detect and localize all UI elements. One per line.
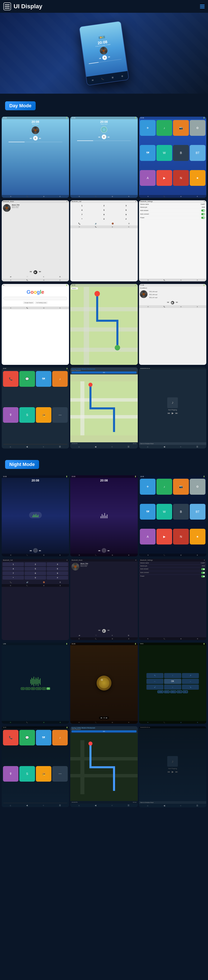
wn-btn4[interactable]: Treble xyxy=(36,687,41,690)
power-toggle[interactable] xyxy=(201,217,205,219)
cp-app-radio[interactable]: 📻 xyxy=(36,407,51,423)
sc-auto[interactable]: ⚙ xyxy=(197,306,198,307)
app-extra[interactable]: ★ xyxy=(190,170,205,186)
fn-apps[interactable]: ⊞ xyxy=(112,722,113,723)
sc-dial[interactable]: 📞 xyxy=(164,306,165,307)
btm-auto[interactable]: ⚙ xyxy=(60,279,60,281)
dial-4[interactable]: 4 xyxy=(71,208,93,212)
cp-app-msg[interactable]: 💬 xyxy=(19,371,35,387)
nbt-settings[interactable]: ⚙ xyxy=(128,635,129,636)
cp-app-podcast[interactable]: 🎙 xyxy=(3,407,19,423)
ncpm-menu[interactable]: ☰ xyxy=(196,804,198,807)
na-store[interactable]: A xyxy=(140,529,156,544)
ncpn-menu[interactable]: ☰ xyxy=(128,804,129,807)
nbs-email[interactable]: ✉ xyxy=(147,638,148,640)
bt-heart[interactable]: ♡ xyxy=(27,276,28,278)
dial-hash[interactable]: # xyxy=(115,217,137,221)
s3-apps[interactable]: ⊞ xyxy=(180,196,181,197)
ncpn-home[interactable]: ⌂ xyxy=(79,804,80,807)
btm-apps[interactable]: ⊞ xyxy=(43,279,44,281)
dial-8[interactable]: 8 xyxy=(93,213,115,216)
ncpm-back[interactable]: ◀ xyxy=(164,804,165,807)
call-btn2[interactable]: 🔊 xyxy=(95,223,97,224)
nd-2[interactable]: 2 xyxy=(25,562,46,566)
s1-next[interactable]: ⏭ xyxy=(39,137,41,139)
bt-play[interactable]: ▶ xyxy=(33,270,37,274)
cp-back[interactable]: ◀ xyxy=(26,445,28,448)
na-netflix[interactable]: N xyxy=(173,529,189,544)
nc-settings[interactable]: ⚙ xyxy=(60,581,61,583)
dial-star[interactable]: * xyxy=(71,217,93,221)
bts-auto[interactable]: ⚙ xyxy=(197,279,198,281)
na-bt2[interactable]: BT xyxy=(190,504,205,520)
cp-m-play[interactable]: ▶ xyxy=(172,412,173,415)
wn-btn2[interactable]: Bass xyxy=(25,687,30,690)
nn-email[interactable]: ✉ xyxy=(147,722,148,723)
nbt-settings-close[interactable]: ✕ xyxy=(204,559,205,561)
nd-6[interactable]: 6 xyxy=(47,567,68,571)
nbt-heart[interactable]: ♡ xyxy=(95,635,97,636)
mn1-auto[interactable]: ⚙ xyxy=(60,554,60,556)
bt-settings-close[interactable]: ✕ xyxy=(204,201,205,202)
nd-0[interactable]: 0 xyxy=(25,576,46,580)
bt-settings-btn[interactable]: ⚙ xyxy=(59,276,61,278)
nd-hash[interactable]: # xyxy=(47,576,68,580)
app-bt[interactable]: B xyxy=(173,145,189,161)
google-search-btn[interactable]: Google Search xyxy=(23,301,34,304)
wn-email[interactable]: ✉ xyxy=(10,722,11,723)
cp-menu[interactable]: ☰ xyxy=(59,445,61,448)
s3-dial[interactable]: 📞 xyxy=(164,196,165,197)
nbt-list[interactable]: ≡ xyxy=(112,635,113,636)
bts-dial[interactable]: 📞 xyxy=(164,279,165,281)
ncp-podcast[interactable]: 🎙 xyxy=(3,766,19,782)
dial-6[interactable]: 6 xyxy=(115,208,137,212)
nbt-call-close[interactable]: ✕ xyxy=(66,559,68,561)
nbt-ac-toggle[interactable] xyxy=(201,572,205,574)
na-waze[interactable]: W xyxy=(156,504,172,520)
fn-auto[interactable]: ⚙ xyxy=(128,722,129,723)
fco-play[interactable]: ⏸ xyxy=(103,717,105,719)
btcall-dial[interactable]: 📞 xyxy=(95,226,96,228)
call-btn4[interactable]: ⚙ xyxy=(128,223,130,224)
nbm-auto[interactable]: ⚙ xyxy=(128,638,129,640)
fco-prev[interactable]: ⏮ xyxy=(101,717,102,719)
bt-list[interactable]: ≡ xyxy=(43,276,44,278)
nbc-apps[interactable]: ⊞ xyxy=(43,585,44,586)
cpn-back[interactable]: ◀ xyxy=(95,445,96,448)
nn-auto[interactable]: ⚙ xyxy=(197,722,198,723)
an-apps[interactable]: ⊞ xyxy=(180,554,181,556)
call-btn1[interactable]: 📞 xyxy=(78,223,80,224)
mn2-prev[interactable]: ⏮ xyxy=(98,549,100,552)
s1-email[interactable]: ✉ xyxy=(10,196,11,197)
cp-app-music[interactable]: ♪ xyxy=(52,371,68,387)
nc-speaker[interactable]: 🔊 xyxy=(26,581,28,583)
nfk-2[interactable]: BACK xyxy=(164,690,170,693)
na-maps[interactable]: 🗺 xyxy=(140,504,156,520)
cp-app-more[interactable]: ⋯ xyxy=(52,407,68,423)
ncpn-back[interactable]: ◀ xyxy=(95,804,96,807)
bts-email[interactable]: ✉ xyxy=(148,279,148,281)
nav-icon[interactable] xyxy=(200,5,205,8)
app-settings[interactable]: ⚙ xyxy=(190,120,205,136)
fn-dial[interactable]: 📞 xyxy=(95,722,96,723)
cp-home[interactable]: ⌂ xyxy=(10,445,11,448)
cp-m-prev[interactable]: ⏮ xyxy=(167,412,170,415)
mn2-apps[interactable]: ⊞ xyxy=(112,554,113,556)
dial-2[interactable]: 2 xyxy=(93,204,115,208)
na-settings[interactable]: ⚙ xyxy=(190,479,205,495)
na-telegram[interactable]: ✈ xyxy=(140,479,156,495)
btcall-email[interactable]: ✉ xyxy=(79,226,80,228)
cp-siri[interactable]: ○ xyxy=(43,445,44,448)
nav-downright[interactable]: ↘ xyxy=(182,684,199,690)
app-photos[interactable]: 📷 xyxy=(173,120,189,136)
ncp-home[interactable]: ⌂ xyxy=(10,804,11,807)
nbt-next[interactable]: ⏭ xyxy=(108,629,110,633)
dial-5[interactable]: 5 xyxy=(93,208,115,212)
bt-call-close[interactable]: ✕ xyxy=(135,201,137,202)
s2-play[interactable]: ⏸ xyxy=(102,135,106,139)
na-extra[interactable]: ★ xyxy=(190,529,205,544)
ncp-maps[interactable]: 🗺 xyxy=(36,730,51,745)
nbm-apps[interactable]: ⊞ xyxy=(112,638,113,640)
fco-next[interactable]: ⏭ xyxy=(106,717,107,719)
ncp-go-button[interactable]: GO xyxy=(71,730,136,732)
